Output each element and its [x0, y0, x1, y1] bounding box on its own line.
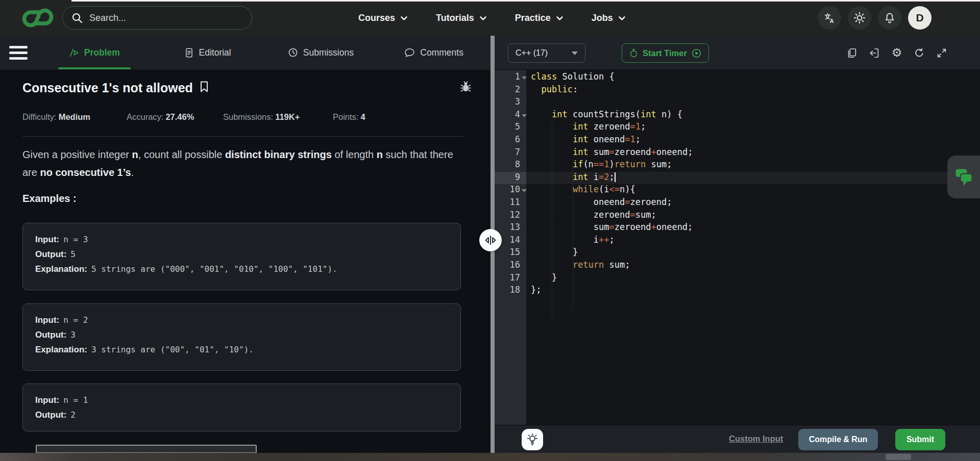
code-token: 1: [604, 159, 609, 169]
code-token: while: [573, 184, 599, 194]
code-line[interactable]: int i=2;: [526, 172, 980, 185]
theme-toggle-button[interactable]: [848, 6, 871, 30]
feedback-chat-widget[interactable]: [947, 156, 980, 198]
code-line[interactable]: [526, 96, 980, 109]
tab-comments[interactable]: Comments: [377, 36, 491, 69]
line-number[interactable]: 3: [495, 96, 526, 109]
code-line[interactable]: if(n==1)return sum;: [526, 159, 980, 172]
problem-tabbar: Problem Editorial Submissions: [0, 36, 491, 70]
nav-label: Practice: [515, 13, 551, 23]
line-number[interactable]: 4: [495, 109, 526, 122]
code-token: oneend;: [656, 222, 693, 232]
code-line[interactable]: oneend=zeroend;: [526, 197, 980, 210]
code-token: ;: [609, 235, 615, 245]
code-token: zeroend;: [630, 197, 672, 207]
nav-item-practice[interactable]: Practice: [515, 13, 564, 23]
translate-button[interactable]: A: [818, 6, 841, 30]
code-line[interactable]: while(i<=n){: [526, 184, 980, 197]
difficulty-stat: Difficulty:Medium: [22, 112, 90, 122]
nav-item-jobs[interactable]: Jobs: [592, 13, 626, 23]
code-token: zeroend: [615, 222, 651, 232]
hamburger-menu-button[interactable]: [0, 36, 38, 69]
line-number[interactable]: 12: [495, 210, 526, 222]
code-line[interactable]: sum=zeroend+oneend;: [526, 222, 980, 235]
bookmark-button[interactable]: [199, 81, 209, 95]
hint-button[interactable]: [522, 429, 543, 450]
line-number[interactable]: 2: [495, 84, 526, 97]
code-line[interactable]: return sum;: [526, 260, 980, 272]
nav-item-tutorials[interactable]: Tutorials: [436, 13, 487, 23]
code-line[interactable]: i++;: [526, 235, 980, 247]
code-line[interactable]: int oneend=1;: [526, 134, 980, 147]
code-line[interactable]: };: [526, 285, 980, 297]
user-avatar[interactable]: D: [908, 6, 932, 30]
code-line[interactable]: }: [526, 247, 980, 260]
search-icon: [71, 12, 83, 24]
chevron-down-icon: [572, 52, 578, 55]
line-number[interactable]: 8: [495, 159, 526, 172]
line-number[interactable]: 6: [495, 134, 526, 147]
code-token: };: [531, 285, 541, 295]
notifications-button[interactable]: [878, 6, 901, 30]
line-number[interactable]: 7: [495, 147, 526, 160]
notifications-bell-icon: [884, 12, 896, 24]
line-number[interactable]: 5: [495, 121, 526, 134]
points-stat: Points:4: [333, 112, 365, 122]
editor-settings-button[interactable]: ⚙: [891, 47, 903, 59]
line-number[interactable]: 11: [495, 197, 526, 210]
language-dropdown[interactable]: C++ (17): [508, 43, 585, 63]
code-token: n) {: [656, 109, 682, 119]
panel-resizer-handle[interactable]: [479, 229, 502, 251]
line-number[interactable]: 18: [495, 285, 526, 297]
code-token: zeroend: [615, 147, 651, 157]
fullscreen-button[interactable]: [936, 47, 948, 59]
reset-code-button[interactable]: [913, 47, 925, 59]
line-number[interactable]: 9: [495, 172, 526, 185]
code-token: zeroend: [589, 121, 630, 132]
code-token: =: [630, 121, 635, 132]
tab-label: Comments: [420, 47, 463, 58]
code-lines[interactable]: class Solution { public: int countString…: [526, 70, 980, 425]
language-value: C++ (17): [516, 48, 548, 58]
copy-code-button[interactable]: [846, 47, 858, 59]
code-line[interactable]: class Solution {: [526, 71, 980, 84]
code-line[interactable]: }: [526, 272, 980, 285]
custom-input-link[interactable]: Custom Input: [729, 434, 783, 444]
tab-problem[interactable]: Problem: [38, 36, 151, 69]
line-number[interactable]: 1: [495, 71, 526, 84]
nav-item-courses[interactable]: Courses: [358, 13, 408, 23]
gfg-logo[interactable]: [18, 7, 57, 31]
line-number[interactable]: 15: [495, 247, 526, 260]
line-number[interactable]: 17: [495, 272, 526, 285]
code-token: =: [625, 134, 630, 144]
tab-editorial[interactable]: Editorial: [151, 36, 264, 69]
fullscreen-icon: [936, 47, 947, 59]
code-line[interactable]: int countStrings(int n) {: [526, 109, 980, 122]
line-number[interactable]: 16: [495, 260, 526, 272]
banner-text-fragment: [886, 454, 911, 460]
import-code-button[interactable]: [868, 47, 880, 59]
bottom-banner-strip[interactable]: [0, 453, 980, 461]
line-number[interactable]: 13: [495, 222, 526, 235]
line-number[interactable]: 10: [495, 184, 526, 197]
start-timer-button[interactable]: Start Timer: [622, 43, 709, 63]
code-token: [531, 84, 541, 94]
section-divider: [22, 136, 463, 137]
editorial-icon: [184, 47, 194, 58]
top-navbar: Courses Tutorials Practice Jobs A: [0, 0, 980, 36]
geeksforgeeks-problem-page: Courses Tutorials Practice Jobs A: [0, 0, 980, 461]
compile-run-button[interactable]: Compile & Run: [798, 429, 878, 450]
code-line[interactable]: zeroend=sum;: [526, 210, 980, 222]
code-line[interactable]: int sum=zeroend+oneend;: [526, 147, 980, 160]
tab-submissions[interactable]: Submissions: [264, 36, 378, 69]
code-token: int: [573, 134, 589, 144]
submit-button[interactable]: Submit: [895, 429, 945, 450]
search-bar[interactable]: [62, 6, 252, 30]
code-line[interactable]: int zeroend=1;: [526, 121, 980, 134]
horizontal-scrollbar-thumb[interactable]: [36, 445, 257, 453]
search-input[interactable]: [89, 13, 243, 23]
report-bug-button[interactable]: [459, 81, 472, 95]
code-line[interactable]: public:: [526, 84, 980, 97]
gutter: 123456789101112131415161718: [495, 70, 526, 425]
code-token: =: [599, 172, 604, 182]
